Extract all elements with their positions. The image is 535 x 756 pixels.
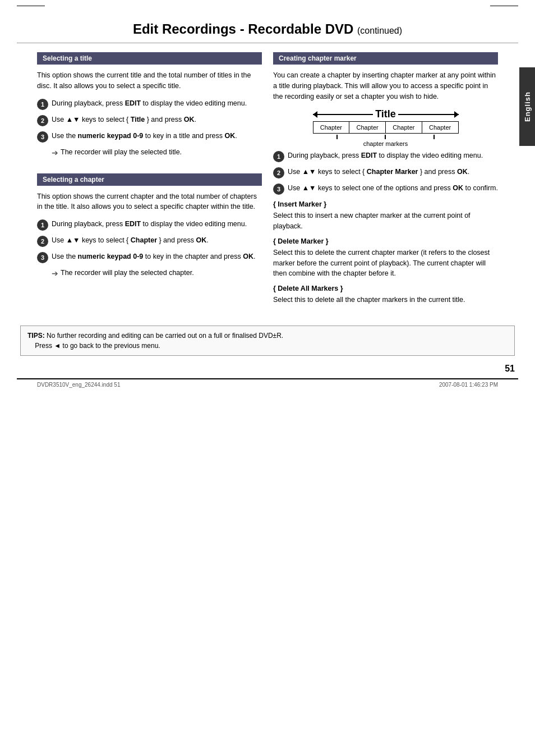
create-step-3-content: Use ▲▼ keys to select one of the options… xyxy=(288,183,498,194)
insert-marker-title: { Insert Marker } xyxy=(273,200,498,208)
insert-marker-text: Select this to insert a new chapter mark… xyxy=(273,210,498,232)
create-step-3: 3 Use ▲▼ keys to select one of the optio… xyxy=(273,183,498,195)
delete-all-markers-text: Select this to delete all the chapter ma… xyxy=(273,295,498,305)
title-step-3-num: 3 xyxy=(37,131,48,143)
chapter-markers-label: chapter markers xyxy=(313,140,459,147)
delete-marker-text: Select this to delete the current chapte… xyxy=(273,248,498,279)
title-diagram-label: Title xyxy=(375,108,396,120)
title-step-2-num: 2 xyxy=(37,115,48,126)
title-arrow-right xyxy=(398,114,459,115)
title-step-1: 1 During playback, press EDIT to display… xyxy=(37,98,262,110)
create-step-2: 2 Use ▲▼ keys to select { Chapter Marker… xyxy=(273,167,498,178)
page-title: Edit Recordings - Recordable DVD (contin… xyxy=(17,11,518,43)
chapter-boxes: Chapter Chapter Chapter Chapter xyxy=(313,121,459,134)
right-column: Creating chapter marker You can create a… xyxy=(273,52,498,309)
footer-area: DVDR3510V_eng_26244.indd 51 2007-08-01 1… xyxy=(17,379,518,390)
tips-label: TIPS: xyxy=(27,332,45,340)
section-gap-1 xyxy=(37,162,262,173)
creating-chapter-marker-header: Creating chapter marker xyxy=(273,52,498,65)
title-step-3-content: Use the numeric keypad 0-9 to key in a t… xyxy=(52,131,262,141)
chapter-box-3: Chapter xyxy=(386,122,422,133)
chapter-step-1-num: 1 xyxy=(37,219,48,231)
page-number: 51 xyxy=(0,361,535,376)
marker-lines-row xyxy=(313,135,459,139)
marker-line-2 xyxy=(385,135,386,139)
create-step-3-num: 3 xyxy=(273,184,284,195)
chapter-step-2: 2 Use ▲▼ keys to select { Chapter } and … xyxy=(37,235,262,247)
delete-marker-option: { Delete Marker } Select this to delete … xyxy=(273,237,498,279)
top-dec-right-line xyxy=(490,6,518,6)
create-step-2-content: Use ▲▼ keys to select { Chapter Marker }… xyxy=(288,167,498,177)
create-step-1-num: 1 xyxy=(273,151,284,162)
create-step-1-content: During playback, press EDIT to display t… xyxy=(288,150,498,161)
top-dec-left-line xyxy=(17,6,45,6)
chapter-box-4: Chapter xyxy=(422,122,458,133)
footer-right: 2007-08-01 1:46:23 PM xyxy=(439,382,498,388)
arrow-right-icon: ➔ xyxy=(52,147,58,159)
selecting-title-intro: This option shows the current title and … xyxy=(37,70,262,91)
selecting-title-header: Selecting a title xyxy=(37,52,262,65)
title-diagram-title-row: Title xyxy=(313,108,459,120)
marker-line-1 xyxy=(336,135,338,139)
page-title-continued: (continued) xyxy=(357,26,402,35)
insert-marker-option: { Insert Marker } Select this to insert … xyxy=(273,200,498,232)
chapter-step-1-content: During playback, press EDIT to display t… xyxy=(52,219,262,230)
page-container: English Edit Recordings - Recordable DVD… xyxy=(0,0,535,756)
title-diagram: Title Chapter Chapter Chapter Chapter xyxy=(313,108,459,147)
title-step-2-content: Use ▲▼ keys to select { Title } and pres… xyxy=(52,114,262,125)
top-decoration xyxy=(17,0,518,11)
title-step-1-content: During playback, press EDIT to display t… xyxy=(52,98,262,109)
chapter-step-3: 3 Use the numeric keypad 0-9 to key in t… xyxy=(37,251,262,263)
chapter-box-2: Chapter xyxy=(349,122,386,133)
selecting-title-section: Selecting a title This option shows the … xyxy=(37,52,262,159)
title-arrow-left xyxy=(313,114,373,115)
title-step-2: 2 Use ▲▼ keys to select { Title } and pr… xyxy=(37,114,262,126)
chapter-step-1: 1 During playback, press EDIT to display… xyxy=(37,219,262,231)
chapter-step-2-num: 2 xyxy=(37,236,48,247)
title-step-3: 3 Use the numeric keypad 0-9 to key in a… xyxy=(37,131,262,143)
creating-chapter-marker-intro: You can create a chapter by inserting ch… xyxy=(273,70,498,102)
side-tab-english: English xyxy=(519,67,535,146)
selecting-chapter-section: Selecting a chapter This option shows th… xyxy=(37,173,262,280)
arrow-right-icon-2: ➔ xyxy=(52,268,58,280)
create-step-2-num: 2 xyxy=(273,167,284,178)
tips-text: No further recording and editing can be … xyxy=(27,332,283,350)
delete-marker-title: { Delete Marker } xyxy=(273,237,498,245)
tips-box: TIPS: No further recording and editing c… xyxy=(20,326,515,356)
content-area: Selecting a title This option shows the … xyxy=(17,43,518,309)
chapter-step-2-content: Use ▲▼ keys to select { Chapter } and pr… xyxy=(52,235,262,246)
chapter-step-3-num: 3 xyxy=(37,252,48,263)
selecting-chapter-header: Selecting a chapter xyxy=(37,173,262,186)
delete-all-markers-title: { Delete All Markers } xyxy=(273,285,498,292)
title-step-1-num: 1 xyxy=(37,99,48,110)
selecting-chapter-intro: This option shows the current chapter an… xyxy=(37,191,262,213)
create-step-1: 1 During playback, press EDIT to display… xyxy=(273,150,498,162)
left-column: Selecting a title This option shows the … xyxy=(37,52,262,309)
chapter-step-3-result: ➔ The recorder will play the selected ch… xyxy=(52,268,262,280)
chapter-step-3-content: Use the numeric keypad 0-9 to key in the… xyxy=(52,251,262,262)
title-step-3-result: ➔ The recorder will play the selected ti… xyxy=(52,147,262,159)
creating-chapter-marker-section: Creating chapter marker You can create a… xyxy=(273,52,498,305)
delete-all-markers-option: { Delete All Markers } Select this to de… xyxy=(273,285,498,305)
chapter-box-1: Chapter xyxy=(313,122,350,133)
footer-left: DVDR3510V_eng_26244.indd 51 xyxy=(37,382,120,388)
marker-line-3 xyxy=(433,135,435,139)
